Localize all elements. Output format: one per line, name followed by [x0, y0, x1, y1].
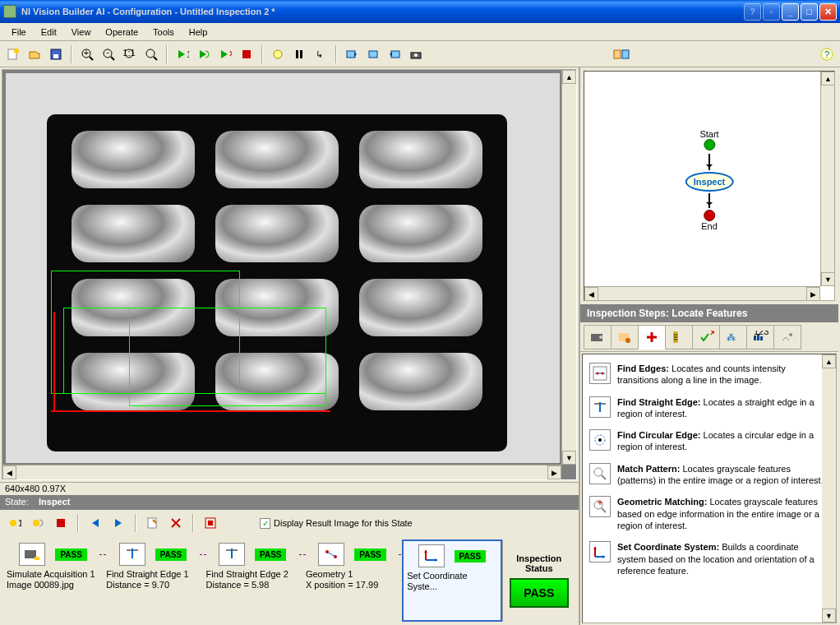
scroll-up-icon[interactable]: ▲ — [822, 354, 836, 368]
main-toolbar: + - 1:1 1 ✕ ↳ ? — [0, 41, 840, 67]
tab-enhance[interactable] — [611, 325, 639, 350]
menu-edit[interactable]: Edit — [35, 25, 63, 39]
tab-locate[interactable] — [638, 325, 666, 350]
scroll-up-icon[interactable]: ▲ — [821, 72, 835, 86]
roi-line-red-v — [53, 312, 55, 410]
find-edges-icon — [589, 363, 611, 384]
step-name: Set Coordinate Syste... — [407, 571, 496, 592]
camera-button[interactable] — [406, 44, 426, 64]
scroll-left-icon[interactable]: ◀ — [2, 465, 16, 479]
seq-roi-button[interactable] — [201, 513, 220, 533]
seq-delete-button[interactable] — [166, 513, 186, 533]
straight-edge-icon — [589, 396, 611, 418]
step-set-coord-system[interactable]: Set Coordinate System: Builds a coordina… — [586, 536, 833, 581]
scroll-down-icon[interactable]: ▼ — [822, 609, 836, 623]
run-once-button[interactable]: 1 — [173, 44, 192, 64]
svg-point-12 — [146, 49, 155, 58]
start-node-icon[interactable] — [704, 139, 715, 150]
step-find-edge-2[interactable]: PASS Find Straight Edge 2 Distance = 5.9… — [203, 539, 302, 622]
step-button[interactable]: ↳ — [311, 44, 330, 64]
flowchart-hscroll[interactable]: ◀ ▶ — [584, 286, 820, 300]
menu-operate[interactable]: Operate — [99, 25, 145, 39]
pause-button[interactable] — [289, 44, 309, 64]
stop-button[interactable] — [237, 44, 256, 64]
inspection-status-panel: Inspection Status PASS — [502, 539, 576, 622]
tab-presence[interactable]: ✕ — [692, 325, 720, 350]
tab-io[interactable]: 123 — [746, 325, 774, 350]
menu-view[interactable]: View — [65, 25, 98, 39]
step-list-scrollbar[interactable]: ▲ ▼ — [822, 354, 836, 623]
new-button[interactable] — [3, 44, 23, 64]
zoom-in-button[interactable]: + — [77, 44, 97, 64]
seq-stop-button[interactable] — [51, 513, 71, 533]
image-hscroll[interactable]: ◀ ▶ — [2, 465, 561, 479]
step-name: Find Straight Edge 2 — [206, 569, 299, 580]
edge-icon — [219, 543, 245, 566]
app-icon — [3, 5, 16, 18]
zoom-1to1-button[interactable]: 1:1 — [120, 44, 140, 64]
menu-file[interactable]: File — [5, 25, 33, 39]
scroll-down-icon[interactable]: ▼ — [562, 451, 576, 465]
display-result-label: Display Result Image for this State — [274, 518, 413, 528]
run-loop-button[interactable] — [194, 44, 214, 64]
open-button[interactable] — [25, 44, 44, 64]
help-window-button[interactable]: ? — [744, 3, 761, 21]
scroll-left-icon[interactable]: ◀ — [584, 287, 598, 301]
seq-run-loop-button[interactable] — [28, 513, 48, 533]
step-geometric-matching[interactable]: Geometric Matching: Locates grayscale fe… — [586, 491, 833, 536]
scroll-down-icon[interactable]: ▼ — [821, 272, 835, 286]
seq-next-button[interactable] — [108, 513, 128, 533]
highlight-button[interactable] — [268, 44, 288, 64]
seq-run-once-button[interactable]: 1 — [5, 513, 25, 533]
step-find-edges[interactable]: Find Edges: Locates and counts intensity… — [586, 358, 833, 391]
pass-badge: PASS — [455, 550, 487, 562]
step-simulate-acquisition[interactable]: PASS Simulate Acquisition 1 Image 00089.… — [3, 539, 103, 622]
inspection-pass-indicator: PASS — [510, 578, 569, 608]
zoom-fit-button[interactable] — [141, 44, 161, 64]
svg-rect-37 — [25, 550, 36, 558]
svg-rect-22 — [369, 51, 377, 58]
step-match-pattern[interactable]: Match Pattern: Locates grayscale feature… — [586, 458, 833, 492]
minimize-button[interactable]: _ — [782, 3, 799, 21]
geometric-match-icon — [589, 496, 611, 517]
scroll-right-icon[interactable]: ▶ — [547, 465, 561, 479]
run-fail-button[interactable]: ✕ — [215, 44, 235, 64]
image-select-button[interactable] — [363, 44, 383, 64]
toggle-view-button[interactable] — [612, 44, 631, 64]
display-result-checkbox[interactable]: ✓ Display Result Image for this State — [260, 518, 413, 529]
seq-prev-button[interactable] — [85, 513, 105, 533]
step-find-circular-edge[interactable]: Find Circular Edge: Locates a circular e… — [586, 424, 833, 458]
step-coordinate-system[interactable]: PASS Set Coordinate Syste... — [402, 539, 501, 622]
close-button[interactable]: ✕ — [819, 3, 837, 21]
step-find-straight-edge[interactable]: Find Straight Edge: Locates a straight e… — [586, 391, 833, 425]
inspect-node[interactable]: Inspect — [685, 172, 734, 192]
image-next-button[interactable] — [385, 44, 404, 64]
end-node-icon[interactable] — [704, 210, 715, 221]
svg-point-71 — [594, 468, 602, 476]
tab-measure[interactable] — [665, 325, 693, 350]
state-flowchart[interactable]: Start Inspect End ▲ ▼ ◀ ▶ — [584, 71, 835, 301]
flow-end-label: End — [701, 221, 718, 231]
tab-additional[interactable] — [773, 325, 801, 350]
image-vscroll[interactable]: ▲ ▼ — [561, 70, 576, 465]
state-label: State: — [5, 497, 29, 507]
seq-edit-button[interactable] — [143, 513, 163, 533]
image-prev-button[interactable] — [342, 44, 362, 64]
maximize-button[interactable]: □ — [801, 3, 818, 21]
zoom-out-button[interactable]: - — [99, 44, 118, 64]
scroll-right-icon[interactable]: ▶ — [806, 287, 820, 301]
tab-acquire[interactable] — [584, 325, 612, 350]
save-button[interactable] — [46, 44, 66, 64]
image-status: 640x480 0.97X — [0, 482, 579, 495]
menu-tools[interactable]: Tools — [146, 25, 181, 39]
scroll-up-icon[interactable]: ▲ — [562, 70, 576, 84]
step-find-edge-1[interactable]: PASS Find Straight Edge 1 Distance = 9.7… — [103, 539, 202, 622]
step-geometry[interactable]: PASS Geometry 1 X position = 17.99 — [302, 539, 402, 622]
flowchart-vscroll[interactable]: ▲ ▼ — [820, 72, 834, 286]
menu-help[interactable]: Help — [182, 25, 215, 39]
tab-identify[interactable]: ⁂ — [719, 325, 747, 350]
image-viewport[interactable]: ▲ ▼ ◀ ▶ — [2, 69, 577, 480]
help-button[interactable]: ? — [817, 44, 837, 64]
inspection-steps-title: Inspection Steps: Locate Features — [580, 304, 838, 322]
restore-down-button[interactable]: ▫ — [763, 3, 780, 21]
